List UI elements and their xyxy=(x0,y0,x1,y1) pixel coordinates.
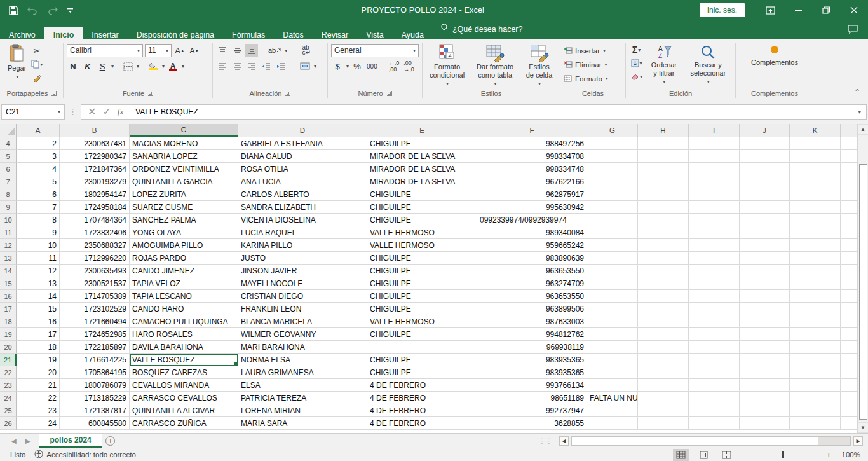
cell-A15[interactable]: 13 xyxy=(17,277,60,290)
scroll-down-icon[interactable]: ▼ xyxy=(858,422,868,433)
cell-I12[interactable] xyxy=(689,239,740,252)
cell-I16[interactable] xyxy=(689,290,740,303)
tab-split-handle[interactable]: ⋮⋮ xyxy=(539,437,553,444)
cell-H6[interactable] xyxy=(638,163,689,175)
cell-H14[interactable] xyxy=(638,265,689,277)
row-header-21[interactable]: 21 xyxy=(0,354,17,366)
cell-G21[interactable] xyxy=(587,354,638,366)
select-all-corner[interactable] xyxy=(0,124,17,137)
row-header-12[interactable]: 12 xyxy=(0,239,17,252)
orientation-icon[interactable]: ab xyxy=(267,44,282,57)
cell-J13[interactable] xyxy=(740,252,790,265)
cell-A11[interactable]: 9 xyxy=(17,226,60,239)
cell-A10[interactable]: 8 xyxy=(17,214,60,226)
cell-E23[interactable]: 4 DE FEBRERO xyxy=(367,379,477,392)
cell-C11[interactable]: YONG OLAYA xyxy=(130,226,238,239)
undo-icon[interactable] xyxy=(27,6,38,15)
cell-J7[interactable] xyxy=(740,175,790,188)
row-header-20[interactable]: 20 xyxy=(0,341,17,354)
cell-F6[interactable]: 998334748 xyxy=(477,163,587,175)
cell-B8[interactable]: 1802954147 xyxy=(60,188,130,201)
row-header-5[interactable]: 5 xyxy=(0,150,17,163)
accessibility-status[interactable]: Accesibilidad: todo correcto xyxy=(34,450,136,460)
increase-decimal-icon[interactable]: ←.0,00 xyxy=(388,60,401,72)
cell-J10[interactable] xyxy=(740,214,790,226)
cell-C16[interactable]: TAPIA LESCANO xyxy=(130,290,238,303)
cell-H7[interactable] xyxy=(638,175,689,188)
cell-K20[interactable] xyxy=(790,341,841,354)
cell-A4[interactable]: 2 xyxy=(17,137,60,150)
vertical-scrollbar[interactable]: ▲ ▼ xyxy=(857,124,868,433)
name-box[interactable]: C21▾ xyxy=(1,104,65,120)
cell-H18[interactable] xyxy=(638,315,689,328)
cell-D24[interactable]: PATRICIA TEREZA xyxy=(238,392,367,404)
cell-C15[interactable]: TAPIA VELOZ xyxy=(130,277,238,290)
cell-C25[interactable]: QUINTANILLA ALCIVAR xyxy=(130,404,238,417)
underline-button[interactable]: S xyxy=(96,60,109,72)
cell-C4[interactable]: MACIAS MORENO xyxy=(130,137,238,150)
normal-view-button[interactable] xyxy=(673,449,689,461)
cell-K23[interactable] xyxy=(790,379,841,392)
cell-C26[interactable]: CARRASCO ZUÑIGA xyxy=(130,417,238,430)
row-header-15[interactable]: 15 xyxy=(0,277,17,290)
autosum-icon[interactable]: Σ▾ xyxy=(629,43,644,56)
cell-G25[interactable] xyxy=(587,404,638,417)
cell-D6[interactable]: ROSA OTILIA xyxy=(238,163,367,175)
align-left-icon[interactable] xyxy=(216,60,229,72)
row-header-19[interactable]: 19 xyxy=(0,328,17,341)
cell-F25[interactable]: 992737947 xyxy=(477,404,587,417)
clipboard-dialog-launcher[interactable] xyxy=(51,91,57,96)
cell-D13[interactable]: JUSTO xyxy=(238,252,367,265)
row-header-17[interactable]: 17 xyxy=(0,303,17,315)
row-header-23[interactable]: 23 xyxy=(0,379,17,392)
cell-J6[interactable] xyxy=(740,163,790,175)
cell-D22[interactable]: LAURA GRIMANESA xyxy=(238,366,367,379)
cell-K17[interactable] xyxy=(790,303,841,315)
cell-F11[interactable]: 989340084 xyxy=(477,226,587,239)
cell-A14[interactable]: 12 xyxy=(17,265,60,277)
save-icon[interactable] xyxy=(9,6,18,15)
cell-D17[interactable]: FRANKLIN LEON xyxy=(238,303,367,315)
cell-C5[interactable]: SANABRIA LOPEZ xyxy=(130,150,238,163)
cell-K24[interactable] xyxy=(790,392,841,404)
cell-B16[interactable]: 1714705389 xyxy=(60,290,130,303)
row-header-26[interactable]: 26 xyxy=(0,417,17,430)
cell-E20[interactable] xyxy=(367,341,477,354)
cell-C9[interactable]: SUAREZ CUSME xyxy=(130,201,238,214)
cell-F17[interactable]: 963899506 xyxy=(477,303,587,315)
cell-H12[interactable] xyxy=(638,239,689,252)
font-color-icon[interactable]: A xyxy=(166,60,179,72)
cell-I14[interactable] xyxy=(689,265,740,277)
cell-H24[interactable] xyxy=(638,392,689,404)
alignment-dialog-launcher[interactable] xyxy=(285,91,290,96)
cell-A22[interactable]: 20 xyxy=(17,366,60,379)
cell-I26[interactable] xyxy=(689,417,740,430)
cell-E11[interactable]: VALLE HERMOSO xyxy=(367,226,477,239)
next-sheet-icon[interactable]: ▶ xyxy=(25,437,31,444)
currency-icon[interactable]: $ xyxy=(331,60,344,72)
cell-I24[interactable] xyxy=(689,392,740,404)
cancel-entry-icon[interactable]: ✕ xyxy=(88,106,96,118)
cell-I7[interactable] xyxy=(689,175,740,188)
comments-icon[interactable] xyxy=(837,25,868,39)
formula-input[interactable]: VALLE BOSQUEZ xyxy=(130,107,853,116)
cell-F8[interactable]: 962875917 xyxy=(477,188,587,201)
cell-E17[interactable]: CHIGUILPE xyxy=(367,303,477,315)
cell-F12[interactable]: 959665242 xyxy=(477,239,587,252)
cell-D25[interactable]: LORENA MIRIAN xyxy=(238,404,367,417)
scroll-right-icon[interactable]: ▶ xyxy=(853,436,863,446)
cell-styles-button[interactable]: Estilos de celda▾ xyxy=(522,42,557,89)
collapse-ribbon-icon[interactable]: ⌃ xyxy=(854,88,860,97)
italic-button[interactable]: K xyxy=(81,60,94,72)
merge-center-icon[interactable] xyxy=(299,60,311,72)
cell-E15[interactable]: CHIGUILPE xyxy=(367,277,477,290)
sign-in-button[interactable]: Inic. ses. xyxy=(700,3,745,17)
cell-F16[interactable]: 963653550 xyxy=(477,290,587,303)
cell-J5[interactable] xyxy=(740,150,790,163)
cell-J25[interactable] xyxy=(740,404,790,417)
cell-H25[interactable] xyxy=(638,404,689,417)
cell-G17[interactable] xyxy=(587,303,638,315)
cell-J24[interactable] xyxy=(740,392,790,404)
cell-E10[interactable]: CHIGUILPE xyxy=(367,214,477,226)
row-header-14[interactable]: 14 xyxy=(0,265,17,277)
